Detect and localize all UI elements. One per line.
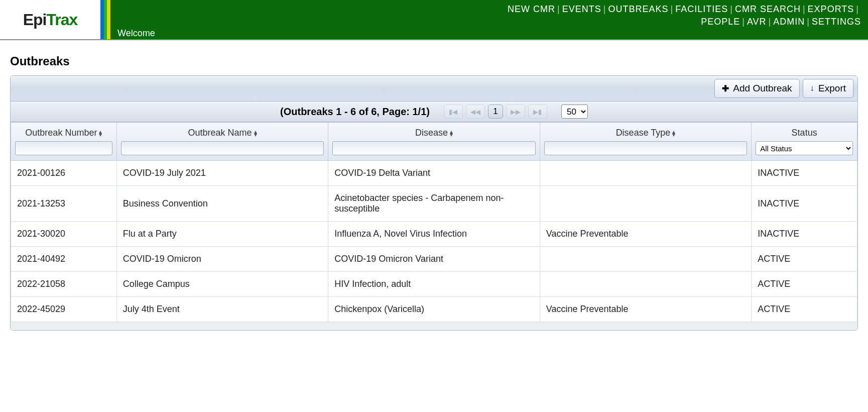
cell-name: Flu at a Party: [116, 222, 328, 247]
nav-link-events[interactable]: EVENTS: [562, 4, 601, 14]
cell-disease_type: [540, 161, 752, 186]
current-page-number[interactable]: 1: [488, 105, 503, 119]
nav-link-cmr-search[interactable]: CMR SEARCH: [735, 4, 801, 14]
page-title: Outbreaks: [10, 54, 868, 68]
next-page-button[interactable]: ▶▶: [506, 105, 525, 119]
col-header-disease[interactable]: Disease: [328, 123, 540, 161]
table-row[interactable]: 2021-40492COVID-19 OmicronCOVID-19 Omicr…: [11, 247, 857, 272]
nav-separator: |: [740, 17, 747, 27]
cell-disease_type: Vaccine Preventable: [540, 222, 752, 247]
cell-name: COVID-19 July 2021: [116, 161, 328, 186]
add-outbreak-label: Add Outbreak: [733, 83, 792, 94]
welcome-text: Welcome: [117, 28, 861, 41]
nav-link-facilities[interactable]: FACILITIES: [675, 4, 728, 14]
cell-status: ACTIVE: [752, 272, 857, 297]
cell-status: INACTIVE: [752, 222, 857, 247]
col-label-disease: Disease: [415, 128, 448, 138]
nav-link-exports[interactable]: EXPORTS: [808, 4, 854, 14]
table-row[interactable]: 2021-30020Flu at a PartyInfluenza A, Nov…: [11, 222, 857, 247]
filter-select-status[interactable]: All Status: [756, 141, 853, 155]
nav-separator: |: [854, 4, 861, 14]
export-button[interactable]: ↓ Export: [803, 79, 853, 98]
sort-icon[interactable]: [450, 130, 453, 137]
cell-name: College Campus: [116, 272, 328, 297]
col-label-status: Status: [792, 128, 817, 138]
filter-input-type[interactable]: [544, 141, 748, 155]
table-row[interactable]: 2021-13253Business ConventionAcinetobact…: [11, 186, 857, 222]
cell-disease_type: Vaccine Preventable: [540, 297, 752, 322]
cell-disease: Chickenpox (Varicella): [328, 297, 540, 322]
cell-number: 2022-21058: [11, 272, 117, 297]
nav-separator: |: [728, 4, 735, 14]
cell-number: 2021-30020: [11, 222, 117, 247]
table-row[interactable]: 2021-00126COVID-19 July 2021COVID-19 Del…: [11, 161, 857, 186]
cell-number: 2021-40492: [11, 247, 117, 272]
cell-disease: Influenza A, Novel Virus Infection: [328, 222, 540, 247]
filter-input-name[interactable]: [121, 141, 324, 155]
pager-bar: (Outbreaks 1 - 6 of 6, Page: 1/1) ▮◀ ◀◀ …: [11, 101, 857, 122]
nav-link-people[interactable]: PEOPLE: [701, 17, 740, 27]
nav-link-settings[interactable]: SETTINGS: [812, 17, 861, 27]
cell-disease: Acinetobacter species - Carbapenem non-s…: [328, 186, 540, 222]
panel-toolbar: ✚ Add Outbreak ↓ Export: [11, 76, 857, 101]
cell-number: 2021-13253: [11, 186, 117, 222]
page-size-select[interactable]: 50: [561, 105, 588, 119]
last-page-button[interactable]: ▶▮: [528, 105, 547, 119]
nav-separator: |: [767, 17, 774, 27]
cell-number: 2022-45029: [11, 297, 117, 322]
cell-status: ACTIVE: [752, 247, 857, 272]
cell-disease: COVID-19 Delta Variant: [328, 161, 540, 186]
cell-disease: HIV Infection, adult: [328, 272, 540, 297]
cell-status: INACTIVE: [752, 161, 857, 186]
nav-link-admin[interactable]: ADMIN: [773, 17, 805, 27]
sort-icon[interactable]: [672, 130, 675, 137]
nav-separator: |: [601, 4, 608, 14]
stripe-blue: [100, 0, 104, 39]
cell-number: 2021-00126: [11, 161, 117, 186]
prev-page-button[interactable]: ◀◀: [466, 105, 485, 119]
filter-input-number[interactable]: [15, 141, 112, 155]
outbreaks-panel: ✚ Add Outbreak ↓ Export (Outbreaks 1 - 6…: [10, 75, 858, 331]
pager-controls: ▮◀ ◀◀ 1 ▶▶ ▶▮: [444, 105, 547, 119]
table-wrapper[interactable]: Outbreak Number Outbreak Name Disease Di…: [11, 122, 857, 330]
col-label-number: Outbreak Number: [25, 128, 97, 138]
cell-status: INACTIVE: [752, 186, 857, 222]
pager-info: (Outbreaks 1 - 6 of 6, Page: 1/1): [280, 106, 430, 118]
main-nav: NEW CMR|EVENTS|OUTBREAKS|FACILITIES|CMR …: [117, 3, 861, 28]
col-header-status[interactable]: Status All Status: [752, 123, 857, 161]
logo-area: EpiTrax: [0, 0, 100, 39]
color-stripes: [100, 0, 110, 39]
logo-text-trax: Trax: [46, 11, 77, 29]
cell-name: COVID-19 Omicron: [116, 247, 328, 272]
horizontal-scrollbar-area[interactable]: [11, 322, 857, 330]
sort-icon[interactable]: [99, 130, 102, 137]
cell-status: ACTIVE: [752, 297, 857, 322]
col-header-number[interactable]: Outbreak Number: [11, 123, 117, 161]
app-logo: EpiTrax: [23, 11, 78, 29]
table-row[interactable]: 2022-45029July 4th EventChickenpox (Vari…: [11, 297, 857, 322]
col-header-type[interactable]: Disease Type: [540, 123, 752, 161]
cell-name: Business Convention: [116, 186, 328, 222]
add-outbreak-button[interactable]: ✚ Add Outbreak: [714, 79, 799, 98]
logo-text-epi: Epi: [23, 11, 47, 29]
app-header: EpiTrax NEW CMR|EVENTS|OUTBREAKS|FACILIT…: [0, 0, 868, 40]
nav-link-outbreaks[interactable]: OUTBREAKS: [608, 4, 668, 14]
header-green-bar: NEW CMR|EVENTS|OUTBREAKS|FACILITIES|CMR …: [110, 0, 868, 39]
col-label-type: Disease Type: [616, 128, 671, 138]
nav-link-new-cmr[interactable]: NEW CMR: [508, 4, 555, 14]
table-row[interactable]: 2022-21058College CampusHIV Infection, a…: [11, 272, 857, 297]
first-page-button[interactable]: ▮◀: [444, 105, 463, 119]
download-icon: ↓: [810, 83, 815, 93]
sort-icon[interactable]: [254, 130, 257, 137]
outbreaks-table: Outbreak Number Outbreak Name Disease Di…: [11, 122, 857, 322]
cell-disease: COVID-19 Omicron Variant: [328, 247, 540, 272]
cell-disease_type: [540, 247, 752, 272]
stripe-green: [104, 0, 107, 39]
filter-input-disease[interactable]: [332, 141, 536, 155]
stripe-yellow: [107, 0, 110, 39]
cell-disease_type: [540, 272, 752, 297]
nav-link-avr[interactable]: AVR: [747, 17, 767, 27]
nav-separator: |: [801, 4, 808, 14]
cell-disease_type: [540, 186, 752, 222]
col-header-name[interactable]: Outbreak Name: [116, 123, 328, 161]
